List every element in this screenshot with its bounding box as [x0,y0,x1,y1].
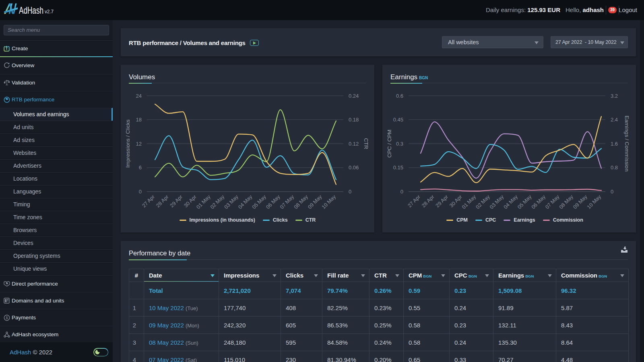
svg-text:$: $ [6,316,8,320]
